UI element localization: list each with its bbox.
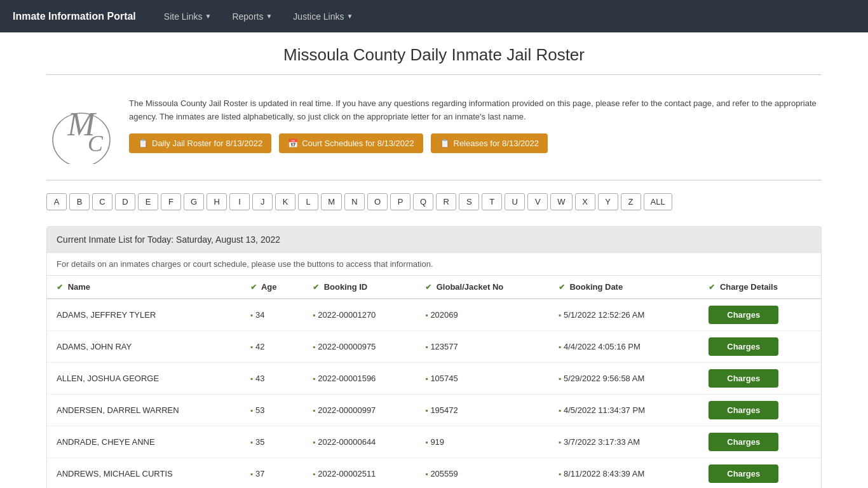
cell-name: ADAMS, JEFFREY TYLER bbox=[47, 299, 241, 331]
alpha-btn-a[interactable]: A bbox=[46, 193, 67, 210]
alpha-btn-f[interactable]: F bbox=[161, 193, 181, 210]
charges-button[interactable]: Charges bbox=[709, 337, 778, 356]
releases-label: Releases for 8/13/2022 bbox=[454, 139, 539, 148]
alpha-btn-b[interactable]: B bbox=[69, 193, 90, 210]
table-row: ADAMS, JOHN RAY▪42▪2022-00000975▪123577▪… bbox=[47, 331, 821, 363]
field-icon: ▪ bbox=[425, 342, 428, 351]
field-icon: ▪ bbox=[559, 406, 561, 415]
navbar: Inmate Information Portal Site Links ▼ R… bbox=[0, 0, 868, 32]
table-section: Current Inmate List for Today: Saturday,… bbox=[46, 226, 822, 488]
nav-justice-links-label: Justice Links bbox=[293, 11, 344, 22]
alphabet-nav: ABCDEFGHIJKLMNOPQRSTUVWXYZALL bbox=[46, 193, 822, 210]
charges-button[interactable]: Charges bbox=[709, 433, 778, 451]
alpha-btn-j[interactable]: J bbox=[252, 193, 273, 210]
cell-name: ADAMS, JOHN RAY bbox=[47, 331, 241, 363]
alpha-btn-o[interactable]: O bbox=[367, 193, 388, 210]
field-icon: ▪ bbox=[559, 374, 561, 383]
alpha-btn-p[interactable]: P bbox=[390, 193, 410, 210]
alpha-btn-all[interactable]: ALL bbox=[644, 193, 672, 210]
alpha-btn-q[interactable]: Q bbox=[413, 193, 433, 210]
alpha-btn-c[interactable]: C bbox=[92, 193, 112, 210]
check-icon: ✔ bbox=[57, 283, 63, 292]
cell-charges: Charges bbox=[699, 363, 821, 395]
cell-global-no: ▪195472 bbox=[416, 395, 549, 426]
alpha-btn-x[interactable]: X bbox=[575, 193, 595, 210]
table-body: ADAMS, JEFFREY TYLER▪34▪2022-00001270▪20… bbox=[47, 299, 821, 488]
table-info-bar: For details on an inmates charges or cou… bbox=[47, 253, 821, 276]
alpha-btn-n[interactable]: N bbox=[344, 193, 365, 210]
check-icon: ✔ bbox=[709, 283, 715, 292]
cell-name: ANDRADE, CHEYE ANNE bbox=[47, 426, 241, 458]
alpha-btn-g[interactable]: G bbox=[184, 193, 204, 210]
court-schedules-label: Court Schedules for 8/13/2022 bbox=[302, 139, 414, 148]
cell-name: ALLEN, JOSHUA GEORGE bbox=[47, 363, 241, 395]
nav-site-links[interactable]: Site Links ▼ bbox=[155, 6, 220, 27]
info-paragraph: The Missoula County Jail Roster is updat… bbox=[129, 97, 822, 124]
field-icon: ▪ bbox=[425, 311, 428, 320]
field-icon: ▪ bbox=[250, 438, 253, 447]
releases-button[interactable]: 📋 Releases for 8/13/2022 bbox=[431, 133, 548, 153]
col-age: ✔ Age bbox=[241, 276, 303, 299]
field-icon: ▪ bbox=[425, 470, 428, 478]
cell-global-no: ▪205559 bbox=[416, 458, 549, 489]
field-icon: ▪ bbox=[250, 311, 253, 320]
alpha-btn-i[interactable]: I bbox=[229, 193, 250, 210]
releases-icon: 📋 bbox=[440, 139, 450, 148]
calendar2-icon: 📅 bbox=[288, 139, 298, 148]
cell-booking-id: ▪2022-00000997 bbox=[303, 395, 416, 426]
info-section: M C The Missoula County Jail Roster is u… bbox=[46, 85, 822, 180]
alpha-btn-d[interactable]: D bbox=[115, 193, 135, 210]
nav-reports[interactable]: Reports ▼ bbox=[223, 6, 281, 27]
field-icon: ▪ bbox=[559, 438, 561, 447]
check-icon: ✔ bbox=[559, 283, 565, 292]
alpha-btn-u[interactable]: U bbox=[505, 193, 525, 210]
court-schedules-button[interactable]: 📅 Court Schedules for 8/13/2022 bbox=[279, 133, 423, 153]
cell-booking-id: ▪2022-00000975 bbox=[303, 331, 416, 363]
table-header-text: Current Inmate List for Today: Saturday,… bbox=[57, 234, 280, 245]
daily-roster-button[interactable]: 📋 Daily Jail Roster for 8/13/2022 bbox=[129, 133, 271, 153]
alpha-btn-w[interactable]: W bbox=[550, 193, 572, 210]
alpha-btn-m[interactable]: M bbox=[321, 193, 342, 210]
alpha-btn-z[interactable]: Z bbox=[621, 193, 641, 210]
alpha-btn-k[interactable]: K bbox=[275, 193, 295, 210]
field-icon: ▪ bbox=[313, 374, 315, 383]
cell-booking-id: ▪2022-00001596 bbox=[303, 363, 416, 395]
cell-age: ▪53 bbox=[241, 395, 303, 426]
charges-button[interactable]: Charges bbox=[709, 464, 778, 483]
inmate-table: ✔ Name ✔ Age ✔ Booking ID ✔ Global/Jacke… bbox=[47, 276, 821, 488]
field-icon: ▪ bbox=[313, 406, 315, 415]
charges-button[interactable]: Charges bbox=[709, 401, 778, 419]
cell-global-no: ▪105745 bbox=[416, 363, 549, 395]
charges-button[interactable]: Charges bbox=[709, 306, 778, 324]
field-icon: ▪ bbox=[313, 438, 315, 447]
field-icon: ▪ bbox=[559, 470, 561, 478]
field-icon: ▪ bbox=[313, 470, 315, 478]
alpha-btn-t[interactable]: T bbox=[482, 193, 502, 210]
cell-booking-date: ▪3/7/2022 3:17:33 AM bbox=[549, 426, 700, 458]
charges-button[interactable]: Charges bbox=[709, 369, 778, 388]
cell-charges: Charges bbox=[699, 331, 821, 363]
cell-age: ▪37 bbox=[241, 458, 303, 489]
chevron-down-icon: ▼ bbox=[266, 13, 272, 20]
logo-area: M C bbox=[46, 97, 116, 167]
alpha-btn-e[interactable]: E bbox=[138, 193, 158, 210]
nav-justice-links[interactable]: Justice Links ▼ bbox=[284, 6, 362, 27]
cell-booking-date: ▪4/4/2022 4:05:16 PM bbox=[549, 331, 700, 363]
alpha-btn-h[interactable]: H bbox=[207, 193, 227, 210]
alpha-btn-r[interactable]: R bbox=[436, 193, 456, 210]
navbar-brand[interactable]: Inmate Information Portal bbox=[13, 11, 136, 22]
col-charge-details: ✔ Charge Details bbox=[699, 276, 821, 299]
field-icon: ▪ bbox=[250, 342, 253, 351]
alpha-btn-l[interactable]: L bbox=[298, 193, 318, 210]
chevron-down-icon: ▼ bbox=[205, 13, 212, 20]
alpha-btn-v[interactable]: V bbox=[527, 193, 548, 210]
alpha-btn-y[interactable]: Y bbox=[598, 193, 618, 210]
cell-booking-id: ▪2022-00000644 bbox=[303, 426, 416, 458]
table-row: ALLEN, JOSHUA GEORGE▪43▪2022-00001596▪10… bbox=[47, 363, 821, 395]
cell-charges: Charges bbox=[699, 395, 821, 426]
field-icon: ▪ bbox=[425, 374, 428, 383]
cell-booking-date: ▪4/5/2022 11:34:37 PM bbox=[549, 395, 700, 426]
table-row: ADAMS, JEFFREY TYLER▪34▪2022-00001270▪20… bbox=[47, 299, 821, 331]
alpha-btn-s[interactable]: S bbox=[459, 193, 479, 210]
table-row: ANDREWS, MICHAEL CURTIS▪37▪2022-00002511… bbox=[47, 458, 821, 489]
